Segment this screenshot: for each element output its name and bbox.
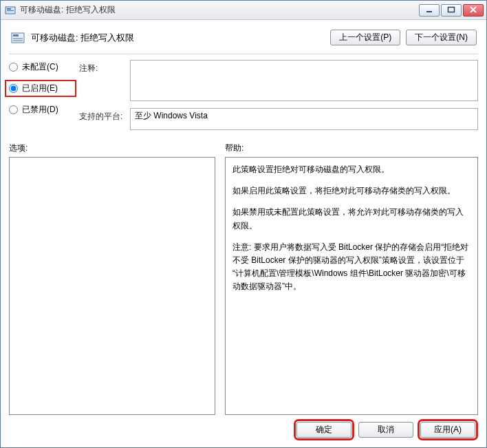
platform-label: 支持的平台: <box>79 108 125 122</box>
help-label: 帮助: <box>225 142 478 154</box>
ok-button[interactable]: 确定 <box>296 422 351 438</box>
radio-not-configured-input[interactable] <box>9 63 18 72</box>
svg-rect-8 <box>13 40 23 41</box>
help-paragraph: 如果禁用或未配置此策略设置，将允许对此可移动存储类的写入权限。 <box>232 206 470 232</box>
help-paragraph: 如果启用此策略设置，将拒绝对此可移动存储类的写入权限。 <box>232 184 470 198</box>
options-pane <box>9 157 215 415</box>
previous-setting-button[interactable]: 上一个设置(P) <box>330 30 400 45</box>
policy-large-icon <box>10 30 25 45</box>
svg-rect-1 <box>7 8 11 10</box>
svg-rect-2 <box>7 10 14 11</box>
maximize-icon <box>447 6 455 15</box>
radio-not-configured-label: 未配置(C) <box>22 61 58 73</box>
svg-rect-4 <box>448 7 455 12</box>
radio-disabled[interactable]: 已禁用(D) <box>9 104 72 116</box>
titlebar: 可移动磁盘: 拒绝写入权限 <box>1 1 486 20</box>
close-button[interactable] <box>463 4 484 17</box>
supported-platform-box: 至少 Windows Vista <box>130 108 478 130</box>
minimize-button[interactable] <box>419 4 440 17</box>
window-controls <box>419 4 484 17</box>
supported-platform-value: 至少 Windows Vista <box>135 110 208 122</box>
radio-enabled-input[interactable] <box>9 84 18 93</box>
minimize-icon <box>425 6 433 15</box>
next-setting-button[interactable]: 下一个设置(N) <box>406 30 477 45</box>
help-paragraph: 此策略设置拒绝对可移动磁盘的写入权限。 <box>232 163 470 176</box>
radio-not-configured[interactable]: 未配置(C) <box>9 61 72 73</box>
options-label: 选项: <box>9 142 215 154</box>
help-pane: 此策略设置拒绝对可移动磁盘的写入权限。 如果启用此策略设置，将拒绝对此可移动存储… <box>225 157 478 415</box>
close-icon <box>469 6 477 15</box>
radio-disabled-input[interactable] <box>9 105 18 114</box>
cancel-button[interactable]: 取消 <box>358 422 413 438</box>
svg-rect-6 <box>13 34 19 36</box>
radio-enabled[interactable]: 已启用(E) <box>5 80 76 97</box>
comment-input[interactable] <box>130 60 478 101</box>
window-title: 可移动磁盘: 拒绝写入权限 <box>20 4 419 16</box>
svg-rect-3 <box>426 11 432 12</box>
comment-label: 注释: <box>79 60 125 74</box>
help-paragraph: 注意: 要求用户将数据写入受 BitLocker 保护的存储会启用“拒绝对不受 … <box>232 241 470 294</box>
group-policy-setting-window: 可移动磁盘: 拒绝写入权限 可移动磁盘: 拒绝写入权限 上一个设置(P) 下一个… <box>0 0 487 448</box>
radio-enabled-label: 已启用(E) <box>22 83 58 94</box>
apply-button[interactable]: 应用(A) <box>420 422 475 438</box>
divider <box>9 54 478 54</box>
radio-disabled-label: 已禁用(D) <box>22 104 58 116</box>
maximize-button[interactable] <box>441 4 462 17</box>
page-title: 可移动磁盘: 拒绝写入权限 <box>31 32 330 44</box>
svg-rect-7 <box>13 38 23 39</box>
policy-icon <box>5 5 16 16</box>
